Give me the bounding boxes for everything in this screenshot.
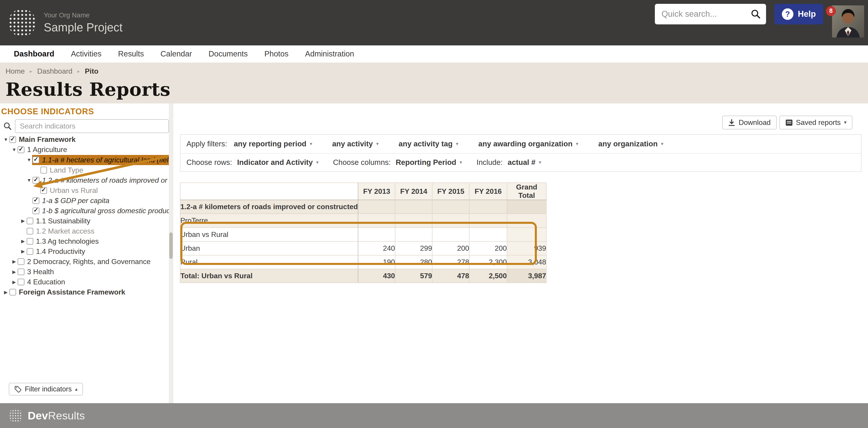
tree-item-label: Land Type — [50, 166, 83, 174]
tree-item-land-type[interactable]: Land Type — [0, 165, 169, 175]
caret-down-icon: ▾ — [661, 141, 663, 147]
tree-checkbox[interactable] — [40, 167, 47, 173]
tree-item-label: 4 Education — [27, 278, 65, 286]
tag-icon — [14, 386, 22, 393]
help-button[interactable]: ? Help — [774, 4, 823, 24]
expander-icon[interactable]: ▼ — [26, 157, 32, 163]
download-button[interactable]: Download — [722, 116, 777, 129]
tree-item-2-democracy[interactable]: ▶ 2 Democracy, Rights, and Governance — [0, 257, 169, 267]
tab-documents[interactable]: Documents — [200, 45, 256, 63]
tree-item-label: 1.4 Productivity — [36, 247, 85, 256]
tree-item-1-3-ag-technologies[interactable]: ▶ 1.3 Ag technologies — [0, 236, 169, 246]
columns-dropdown[interactable]: Reporting Period ▾ — [396, 158, 462, 167]
expander-icon[interactable]: ▶ — [20, 238, 26, 244]
tree-checkbox[interactable] — [9, 136, 16, 143]
tree-checkbox[interactable] — [18, 268, 24, 275]
tree-item-label: 1-a $ GDP per capita — [42, 197, 110, 205]
row-label-cell: Rural — [180, 255, 358, 269]
caret-down-icon: ▾ — [460, 160, 462, 165]
breadcrumb-home[interactable]: Home — [5, 67, 25, 75]
column-header-grand-total: Grand Total — [507, 183, 546, 200]
quick-search-input[interactable] — [655, 9, 751, 19]
breadcrumb: Home ▸ Dashboard ▸ Pito — [5, 66, 868, 77]
dropdown-value: Reporting Period — [396, 158, 456, 167]
tab-results[interactable]: Results — [110, 45, 152, 63]
breadcrumb-dashboard[interactable]: Dashboard — [37, 67, 72, 75]
tree-checkbox[interactable] — [18, 279, 24, 285]
search-icon[interactable] — [751, 9, 761, 19]
tree-checkbox[interactable] — [33, 177, 39, 184]
tab-calendar[interactable]: Calendar — [152, 45, 200, 63]
value-cell — [358, 213, 395, 227]
row-label-cell: 1.2-a # kilometers of roads improved or … — [180, 200, 358, 213]
content-area: CHOOSE INDICATORS ▼ Main Framework ▼ 1 A… — [0, 103, 868, 403]
organization-filter-dropdown[interactable]: any organization ▾ — [598, 140, 663, 148]
tree-item-indicator-1-a-gdp[interactable]: 1-a $ GDP per capita — [0, 196, 169, 206]
tree-item-1-1-sustainability[interactable]: ▶ 1.1 Sustainability — [0, 216, 169, 226]
expander-icon[interactable]: ▶ — [3, 290, 9, 295]
org-name: Your Org Name — [43, 11, 123, 19]
tree-item-urban-vs-rural[interactable]: Urban vs Rural — [0, 186, 169, 196]
tree-checkbox[interactable] — [9, 289, 16, 295]
tree-checkbox[interactable] — [27, 238, 33, 244]
tree-checkbox[interactable] — [33, 197, 39, 204]
expander-icon[interactable]: ▼ — [3, 137, 9, 142]
expander-icon[interactable]: ▶ — [20, 218, 26, 224]
org-logo-globe-icon[interactable] — [8, 9, 36, 36]
include-label: Include: — [476, 158, 503, 167]
tree-item-4-education[interactable]: ▶ 4 Education — [0, 277, 169, 287]
indicator-sidebar: CHOOSE INDICATORS ▼ Main Framework ▼ 1 A… — [0, 103, 169, 403]
row-label-cell: Urban vs Rural — [180, 228, 358, 241]
tree-checkbox[interactable] — [33, 207, 39, 214]
tree-item-1-4-productivity[interactable]: ▶ 1.4 Productivity — [0, 246, 169, 257]
breadcrumb-current: Pito — [85, 67, 98, 75]
rows-dropdown[interactable]: Indicator and Activity ▾ — [237, 158, 319, 167]
report-row-rural: Rural 190 280 278 2,300 3,048 — [180, 255, 546, 269]
notification-badge[interactable]: 8 — [826, 6, 836, 16]
tree-checkbox[interactable] — [27, 228, 33, 234]
tree-item-label: Foreign Assistance Framework — [19, 288, 125, 296]
value-cell — [507, 200, 546, 213]
awarding-organization-filter-dropdown[interactable]: any awarding organization ▾ — [478, 140, 579, 148]
tree-checkbox[interactable] — [33, 157, 39, 163]
activity-tag-filter-dropdown[interactable]: any activity tag ▾ — [399, 140, 458, 148]
reporting-period-filter-dropdown[interactable]: any reporting period ▾ — [234, 140, 312, 148]
include-dropdown[interactable]: actual # ▾ — [508, 158, 541, 167]
tree-item-main-framework[interactable]: ▼ Main Framework — [0, 134, 169, 144]
tree-item-indicator-1-1-a[interactable]: ▼ 1.1-a # hectares of agricultural land … — [0, 155, 169, 165]
expander-icon[interactable]: ▶ — [11, 259, 17, 264]
tab-activities[interactable]: Activities — [63, 45, 110, 63]
tab-administration[interactable]: Administration — [297, 45, 363, 63]
user-avatar[interactable] — [832, 5, 864, 37]
tree-item-indicator-1-b-agdp[interactable]: 1-b $ agricultural gross domestic produc… — [0, 206, 169, 216]
expander-icon[interactable]: ▼ — [11, 147, 17, 153]
indicator-search-input[interactable] — [15, 119, 169, 133]
tree-item-indicator-1-2-a[interactable]: ▼ 1.2-a # kilometers of roads improved o… — [0, 175, 169, 186]
expander-icon[interactable]: ▶ — [20, 249, 26, 254]
filter-indicators-button[interactable]: Filter indicators ▴ — [9, 383, 83, 395]
tree-checkbox[interactable] — [18, 258, 24, 265]
expander-icon[interactable]: ▶ — [11, 279, 17, 285]
tree-checkbox[interactable] — [27, 218, 33, 224]
tree-checkbox[interactable] — [27, 248, 33, 255]
tree-item-3-health[interactable]: ▶ 3 Health — [0, 267, 169, 277]
expander-icon[interactable]: ▶ — [11, 269, 17, 275]
search-icon — [3, 122, 12, 130]
tree-checkbox[interactable] — [18, 146, 24, 153]
caret-down-icon: ▾ — [316, 160, 318, 165]
sidebar-scrollbar[interactable] — [169, 103, 174, 403]
tree-item-foreign-assistance-framework[interactable]: ▶ Foreign Assistance Framework — [0, 287, 169, 297]
tab-photos[interactable]: Photos — [256, 45, 297, 63]
tree-item-1-agriculture[interactable]: ▼ 1 Agriculture — [0, 144, 169, 155]
tree-item-1-2-market-access[interactable]: 1.2 Market access — [0, 226, 169, 236]
tab-dashboard[interactable]: Dashboard — [5, 45, 62, 63]
expander-icon[interactable]: ▼ — [26, 177, 32, 183]
top-header: Your Org Name Sample Project ? Help 8 — [0, 0, 868, 45]
value-cell: 200 — [469, 241, 507, 255]
activity-filter-dropdown[interactable]: any activity ▾ — [332, 140, 379, 148]
scrollbar-thumb[interactable] — [169, 232, 173, 259]
tree-checkbox[interactable] — [40, 187, 47, 194]
saved-reports-button[interactable]: Saved reports ▾ — [779, 116, 852, 129]
tree-item-label: 1 Agriculture — [27, 145, 67, 154]
devresults-wordmark[interactable]: DevResults — [28, 409, 85, 422]
